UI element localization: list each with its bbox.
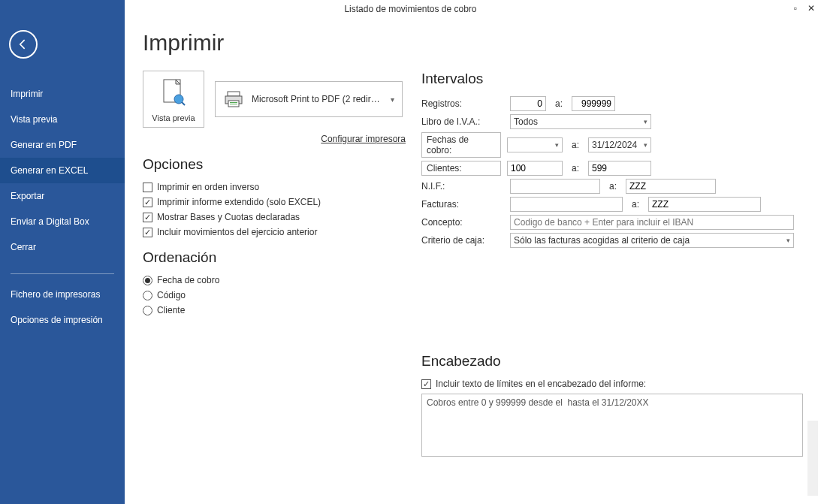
document-preview-icon	[161, 71, 186, 113]
sidebar-separator	[11, 273, 114, 274]
facturas-to-input[interactable]	[648, 197, 761, 212]
chk-orden-inverso-label: Imprimir en orden inverso	[157, 182, 259, 192]
fechas-from-input[interactable]: ▾	[507, 137, 563, 152]
clientes-to-input[interactable]	[588, 161, 651, 176]
scrollbar[interactable]	[807, 421, 818, 496]
libro-label: Libro de I.V.A.:	[421, 116, 504, 127]
radio-codigo-label: Código	[157, 290, 186, 300]
nif-sep: a:	[606, 181, 620, 192]
facturas-from-input[interactable]	[510, 197, 623, 212]
registros-from-input[interactable]	[510, 96, 546, 111]
clientes-button[interactable]: Clientes:	[421, 161, 501, 176]
chk-bases[interactable]	[143, 213, 152, 222]
sidebar-item-fichero-impresoras[interactable]: Fichero de impresoras	[0, 282, 125, 307]
radio-fecha[interactable]	[143, 276, 152, 285]
chk-extendido[interactable]	[143, 198, 152, 207]
criterio-value: Sólo las facturas acogidas al criterio d…	[514, 235, 690, 246]
chk-anterior[interactable]	[143, 228, 152, 237]
sidebar-item-vista-previa[interactable]: Vista previa	[0, 107, 125, 132]
registros-to-input[interactable]	[572, 96, 615, 111]
criterio-select[interactable]: Sólo las facturas acogidas al criterio d…	[510, 233, 794, 248]
libro-value: Todos	[514, 116, 538, 127]
sidebar: Imprimir Vista previa Generar en PDF Gen…	[0, 0, 125, 504]
svg-rect-6	[230, 104, 237, 104]
printer-select[interactable]: Microsoft Print to PDF (2 redirecc... ▾	[215, 81, 403, 117]
fechas-to-input[interactable]: 31/12/2024 ▾	[588, 137, 651, 152]
registros-sep: a:	[552, 98, 566, 109]
chk-orden-inverso[interactable]	[143, 183, 152, 192]
maximize-icon[interactable]: ▫	[794, 3, 797, 14]
fechas-sep: a:	[569, 140, 582, 150]
sidebar-item-generar-pdf[interactable]: Generar en PDF	[0, 132, 125, 158]
chevron-down-icon: ▾	[555, 141, 559, 149]
svg-rect-5	[230, 102, 237, 103]
sidebar-item-digital-box[interactable]: Enviar a Digital Box	[0, 209, 125, 234]
sidebar-item-opciones-impresion[interactable]: Opciones de impresión	[0, 307, 125, 333]
chk-anterior-label: Incluir movimientos del ejercicio anteri…	[157, 227, 317, 237]
nif-from-input[interactable]	[510, 179, 600, 194]
concepto-label: Concepto:	[421, 217, 504, 228]
page-title: Imprimir	[143, 30, 803, 56]
chk-extendido-label: Imprimir informe extendido (solo EXCEL)	[157, 197, 321, 207]
printer-icon	[223, 89, 244, 110]
back-button[interactable]	[9, 30, 38, 59]
registros-label: Registros:	[421, 98, 504, 109]
sidebar-item-generar-excel[interactable]: Generar en EXCEL	[0, 158, 125, 183]
encabezado-heading: Encabezado	[421, 353, 803, 370]
encabezado-textarea[interactable]	[421, 394, 803, 457]
fechas-to-value: 31/12/2024	[592, 140, 637, 150]
sidebar-item-exportar[interactable]: Exportar	[0, 183, 125, 209]
radio-codigo[interactable]	[143, 291, 152, 300]
sidebar-item-cerrar[interactable]: Cerrar	[0, 234, 125, 260]
chevron-down-icon: ▾	[786, 237, 790, 244]
concepto-input[interactable]	[510, 215, 794, 230]
vista-previa-button[interactable]: Vista previa	[143, 71, 204, 128]
opciones-heading: Opciones	[143, 156, 408, 173]
close-icon[interactable]: ✕	[807, 3, 815, 14]
svg-rect-2	[228, 92, 240, 96]
fechas-cobro-button[interactable]: Fechas de cobro:	[421, 132, 501, 158]
facturas-sep: a:	[629, 199, 642, 210]
printer-name: Microsoft Print to PDF (2 redirecc...	[252, 94, 383, 104]
chk-incluir-limites[interactable]	[421, 379, 431, 389]
vista-previa-label: Vista previa	[152, 113, 195, 122]
radio-cliente-label: Cliente	[157, 305, 185, 315]
nif-to-input[interactable]	[626, 179, 716, 194]
arrow-left-icon	[16, 37, 31, 52]
clientes-from-input[interactable]	[507, 161, 563, 176]
chevron-down-icon: ▾	[644, 118, 647, 125]
radio-cliente[interactable]	[143, 306, 152, 315]
facturas-label: Facturas:	[421, 199, 504, 210]
nif-label: N.I.F.:	[421, 181, 504, 192]
chevron-down-icon: ▾	[391, 95, 394, 104]
chk-incluir-limites-label: Incluir texto de límites en el encabezad…	[436, 379, 646, 389]
chk-bases-label: Mostrar Bases y Cuotas declaradas	[157, 212, 300, 222]
libro-select[interactable]: Todos ▾	[510, 114, 651, 129]
chevron-down-icon: ▾	[644, 141, 647, 149]
ordenacion-heading: Ordenación	[143, 249, 408, 266]
sidebar-item-imprimir[interactable]: Imprimir	[0, 81, 125, 107]
intervalos-heading: Intervalos	[421, 71, 803, 87]
radio-fecha-label: Fecha de cobro	[157, 275, 219, 285]
window-title: Listado de movimientos de cobro	[344, 4, 476, 14]
configurar-impresora-link[interactable]: Configurar impresora	[143, 134, 406, 144]
clientes-sep: a:	[569, 163, 582, 174]
criterio-label: Criterio de caja:	[421, 235, 504, 246]
